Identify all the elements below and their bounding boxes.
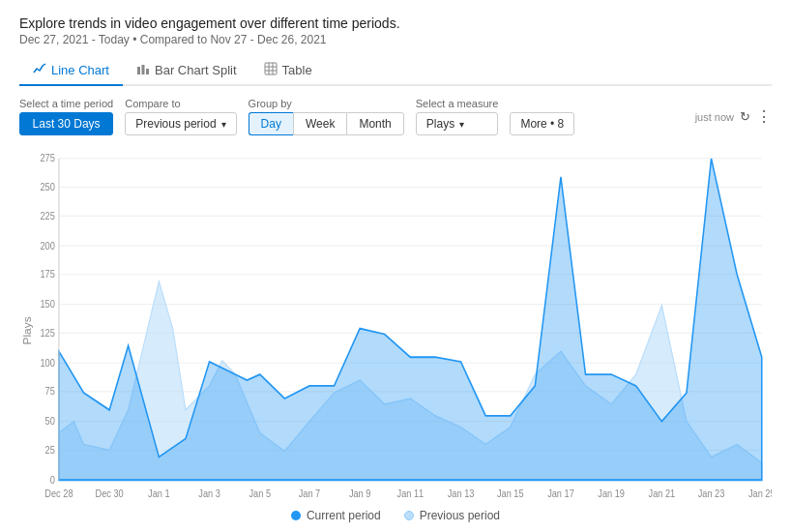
svg-text:Dec 28: Dec 28: [44, 488, 73, 499]
svg-text:Jan 11: Jan 11: [397, 488, 425, 499]
svg-text:150: 150: [40, 299, 55, 310]
chevron-down-icon: ▾: [221, 119, 226, 130]
previous-period-dot: [404, 511, 414, 520]
svg-text:Jan 19: Jan 19: [598, 488, 625, 499]
svg-text:125: 125: [40, 327, 55, 339]
page-title: Explore trends in video engagement over …: [19, 15, 772, 31]
svg-rect-0: [137, 67, 140, 74]
group-by-month[interactable]: Month: [346, 112, 403, 135]
svg-text:250: 250: [40, 181, 55, 192]
legend-previous: Previous period: [404, 509, 500, 522]
svg-text:Jan 5: Jan 5: [249, 488, 271, 499]
more-label-spacer: [510, 98, 574, 109]
measure-dropdown[interactable]: Plays ▾: [416, 112, 499, 135]
svg-text:Jan 1: Jan 1: [148, 488, 170, 499]
time-period-label: Select a time period: [19, 98, 113, 109]
time-period-control: Select a time period Last 30 Days: [19, 98, 113, 135]
measure-chevron-icon: ▾: [459, 119, 464, 130]
group-by-control: Group by Day Week Month: [249, 98, 404, 135]
svg-text:Jan 15: Jan 15: [497, 488, 524, 499]
refresh-area: just now ↻ ⋮: [695, 109, 772, 125]
tab-bar-chart-split[interactable]: Bar Chart Split: [123, 56, 250, 86]
chart-legend: Current period Previous period: [19, 503, 772, 522]
group-by-label: Group by: [249, 98, 404, 109]
page-subtitle: Dec 27, 2021 - Today • Compared to Nov 2…: [19, 33, 772, 46]
svg-text:Plays: Plays: [22, 316, 33, 345]
svg-rect-2: [146, 69, 149, 74]
measure-value: Plays: [426, 117, 454, 131]
bar-chart-icon: [136, 62, 150, 78]
measure-control: Select a measure Plays ▾: [416, 98, 499, 135]
compare-to-control: Compare to Previous period ▾: [125, 98, 236, 135]
line-chart-icon: [33, 62, 46, 78]
tab-bar-chart-label: Bar Chart Split: [155, 63, 237, 77]
group-by-buttons: Day Week Month: [249, 112, 404, 135]
svg-text:Jan 13: Jan 13: [448, 488, 475, 499]
chart-area: Plays 0 25 50 75 100 125 150 1: [19, 147, 772, 503]
tab-table[interactable]: Table: [250, 56, 326, 86]
svg-text:0: 0: [50, 474, 56, 486]
svg-text:200: 200: [40, 240, 55, 251]
group-by-week[interactable]: Week: [293, 112, 346, 135]
legend-current: Current period: [291, 509, 381, 522]
svg-text:175: 175: [40, 269, 55, 281]
svg-text:225: 225: [40, 210, 55, 222]
more-button[interactable]: More • 8: [510, 112, 574, 135]
current-period-dot: [291, 511, 301, 520]
svg-rect-3: [265, 63, 277, 74]
chart-type-tabs: Line Chart Bar Chart Split: [19, 56, 772, 86]
svg-text:Jan 17: Jan 17: [547, 488, 574, 499]
options-icon[interactable]: ⋮: [756, 109, 772, 125]
tab-table-label: Table: [282, 63, 312, 77]
compare-to-dropdown[interactable]: Previous period ▾: [125, 112, 236, 135]
group-by-day[interactable]: Day: [249, 112, 293, 135]
current-period-label: Current period: [307, 509, 381, 522]
svg-text:25: 25: [45, 444, 56, 456]
controls-bar: Select a time period Last 30 Days Compar…: [19, 98, 772, 135]
svg-text:Dec 30: Dec 30: [96, 488, 125, 499]
svg-text:275: 275: [40, 153, 55, 164]
svg-text:Jan 3: Jan 3: [198, 488, 220, 499]
svg-text:100: 100: [40, 357, 55, 369]
more-control: More • 8: [510, 98, 574, 135]
refresh-icon[interactable]: ↻: [740, 109, 750, 124]
measure-label: Select a measure: [416, 98, 499, 109]
compare-to-value: Previous period: [135, 117, 216, 131]
svg-rect-1: [141, 65, 144, 74]
tab-line-chart[interactable]: Line Chart: [19, 56, 123, 86]
svg-text:Jan 23: Jan 23: [698, 488, 725, 499]
previous-period-label: Previous period: [420, 509, 500, 522]
chart-svg: Plays 0 25 50 75 100 125 150 1: [19, 147, 772, 503]
svg-text:Jan 7: Jan 7: [299, 488, 321, 499]
compare-to-label: Compare to: [125, 98, 236, 109]
svg-text:Jan 25: Jan 25: [748, 488, 772, 499]
svg-text:50: 50: [45, 416, 56, 428]
refresh-time: just now: [695, 111, 734, 123]
svg-text:Jan 21: Jan 21: [649, 488, 676, 499]
tab-line-chart-label: Line Chart: [51, 63, 109, 77]
svg-text:Jan 9: Jan 9: [349, 488, 371, 499]
time-period-button[interactable]: Last 30 Days: [19, 112, 113, 135]
svg-text:Day: Day: [401, 502, 420, 503]
svg-text:75: 75: [45, 386, 56, 398]
table-icon: [264, 62, 278, 78]
